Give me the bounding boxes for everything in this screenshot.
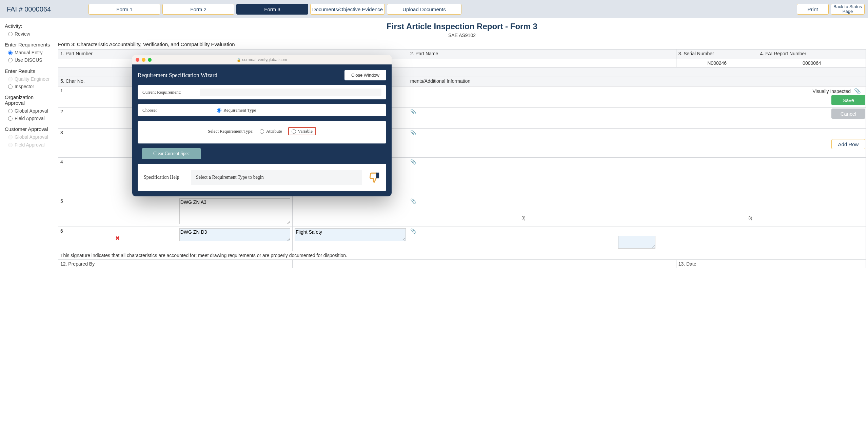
tab-form1[interactable]: Form 1 [88,4,160,15]
fai-id-label: FAI # 0000064 [3,5,86,13]
req-type-label: Requirement Type [223,108,256,113]
modal-title: Requirement Specification Wizard [138,72,217,79]
close-window-button[interactable]: Close Window [344,70,386,80]
paperclip-icon[interactable]: 📎 [410,130,416,135]
sub3-a: 3) [521,215,526,220]
delete-row-icon[interactable]: ✖ [60,235,175,241]
col-serial: 3. Serial Number [676,50,758,59]
page-subtitle: SAE AS9102 [58,33,866,38]
select-type-panel: Select Requirement Type: Attribute Varia… [138,121,386,143]
attribute-label: Attribute [266,129,282,134]
paperclip-icon[interactable]: 📎 [410,159,416,164]
results-inspector[interactable]: Inspector [5,83,52,90]
tab-upload[interactable]: Upload Documents [387,4,461,15]
minimize-window-icon[interactable] [142,58,145,62]
print-button[interactable]: Print [797,4,829,15]
ref-input-6[interactable] [179,228,291,241]
paperclip-icon[interactable]: 📎 [854,88,861,94]
manual-label: Manual Entry [15,50,42,56]
enter-req-heading: Enter Requirements [5,42,52,47]
sub3-b: 3) [748,215,752,220]
close-window-icon[interactable] [136,58,139,62]
help-label: Specification Help [144,175,184,180]
paperclip-icon[interactable]: 📎 [410,109,416,114]
col-fai-report: 4. FAI Report Number [758,50,866,59]
thumbs-down-icon[interactable] [369,172,380,183]
review-label: Review [15,31,30,37]
table-row: 6 ✖ 📎 [58,227,866,251]
cust-global: Global Approval [5,133,52,141]
clear-spec-button[interactable]: Clear Current Spec [142,148,201,159]
action-rail: Save Cancel Add Row [831,95,865,149]
org-field-label: Field Approval [15,115,45,121]
lock-icon: 🔒 [237,58,241,62]
maximize-window-icon[interactable] [148,58,152,62]
org-global[interactable]: Global Approval [5,107,52,115]
select-req-label: Select Requirement Type: [208,129,254,134]
form-description: Form 3: Characteristic Accountability, V… [58,41,866,47]
url-bar: 🔒 scrmuat.verifyglobal.com [237,57,287,62]
req-manual[interactable]: Manual Entry [5,49,52,56]
cust-field: Field Approval [5,141,52,149]
char-no-5: 5 [58,197,177,227]
prepared-by-label: 12. Prepared By [58,260,293,268]
sidebar: Activity: Review Enter Requirements Manu… [2,22,55,268]
quality-label: Quality Engineer [15,76,50,82]
option-variable[interactable]: Variable [288,127,316,135]
help-panel: Specification Help Select a Requirement … [138,164,386,191]
variable-label: Variable [298,129,313,134]
activity-review[interactable]: Review [5,30,52,38]
enter-results-heading: Enter Results [5,68,52,74]
add-row-button[interactable]: Add Row [831,139,865,149]
comment-1: Visually Inspected [813,89,851,94]
choose-req-type[interactable]: Requirement Type [217,108,256,113]
req-discus[interactable]: Use DISCUS [5,56,52,64]
top-bar: FAI # 0000064 Form 1 Form 2 Form 3 Docum… [0,0,868,18]
back-button[interactable]: Back to Status Page [831,4,865,15]
save-button[interactable]: Save [831,95,865,105]
page-title: First Article Inspection Report - Form 3 [58,22,866,31]
svg-rect-0 [377,173,379,178]
val-fai: 0000064 [758,59,866,67]
des-input-6[interactable] [295,228,406,241]
activity-heading: Activity: [5,23,52,29]
paperclip-icon[interactable]: 📎 [410,228,416,234]
cancel-button[interactable]: Cancel [831,109,865,119]
current-req-label: Current Requirement: [142,90,197,95]
val-serial: N000246 [676,59,758,67]
table-row: 5 📎 3) 3) [58,197,866,227]
org-field[interactable]: Field Approval [5,115,52,122]
inspector-label: Inspector [15,83,34,90]
option-attribute[interactable]: Attribute [260,129,282,134]
cust-global-label: Global Approval [15,134,48,140]
org-global-label: Global Approval [15,108,48,114]
cust-approval-heading: Customer Approval [5,126,52,132]
choose-panel: Choose: Requirement Type [138,104,386,116]
comment-input-6[interactable] [618,236,655,249]
tab-documents[interactable]: Documents/Objective Evidence [310,4,385,15]
window-titlebar: 🔒 scrmuat.verifyglobal.com [132,55,392,64]
choose-label: Choose: [142,108,163,113]
char-no-6: 6 ✖ [58,227,177,251]
discus-label: Use DISCUS [15,57,42,63]
signature-note: This signature indicates that all charac… [58,251,866,260]
current-req-value [200,89,381,96]
tab-form2[interactable]: Form 2 [162,4,234,15]
tab-form3[interactable]: Form 3 [236,4,308,15]
help-message: Select a Requirement Type to begin [191,170,362,185]
tabset: Form 1 Form 2 Form 3 Documents/Objective… [88,4,461,15]
results-quality: Quality Engineer [5,75,52,83]
ref-input-5[interactable] [179,198,291,224]
cust-field-label: Field Approval [15,142,45,148]
wizard-modal: 🔒 scrmuat.verifyglobal.com Requirement S… [132,55,392,196]
current-requirement-panel: Current Requirement: [138,85,386,99]
col-comments: ments/Additional Information [408,77,866,86]
date-label: 13. Date [676,260,758,268]
paperclip-icon[interactable]: 📎 [410,198,416,204]
org-approval-heading: Organization Approval [5,94,52,106]
col-part-name: 2. Part Name [408,50,676,59]
